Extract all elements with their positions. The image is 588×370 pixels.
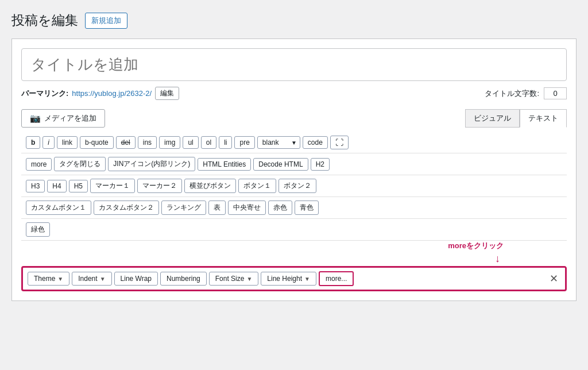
btn-close-toolbar[interactable]: ✕ [547, 272, 560, 285]
line-height-dropdown-icon: ▼ [304, 276, 310, 282]
page-title: 投稿を編集 [11, 11, 78, 29]
annotation-arrow-icon: ↓ [21, 253, 567, 264]
permalink-url[interactable]: https://yublog.jp/2632-2/ [72, 89, 152, 98]
blank-select[interactable]: blank _self _parent _top [257, 136, 300, 149]
btn-close-tag[interactable]: タグを閉じる [54, 157, 106, 171]
annotation-area: moreをクリック ↓ Theme ▼ Indent ▼ Line Wrap N… [21, 241, 567, 291]
btn-link[interactable]: link [57, 136, 78, 149]
permalink-row: パーマリンク: https://yublog.jp/2632-2/ 編集 タイト… [21, 87, 567, 100]
btn-img[interactable]: img [159, 136, 180, 149]
line-height-label: Line Height [267, 275, 302, 283]
btn-i[interactable]: i [42, 136, 55, 149]
btn-h4[interactable]: H4 [47, 180, 66, 192]
btn-code[interactable]: code [303, 136, 328, 149]
tab-text[interactable]: テキスト [520, 109, 567, 128]
btn-h5[interactable]: H5 [69, 180, 88, 192]
title-input[interactable] [22, 49, 566, 80]
btn-numbering[interactable]: Numbering [160, 272, 207, 286]
btn-center[interactable]: 中央寄せ [228, 201, 266, 215]
btn-side-by-side[interactable]: 横並びボタン [184, 179, 236, 193]
btn-marker1[interactable]: マーカー１ [90, 179, 135, 193]
btn-ranking[interactable]: ランキング [161, 201, 206, 215]
btn-b[interactable]: b [26, 136, 40, 149]
tab-visual[interactable]: ビジュアル [465, 109, 520, 128]
permalink-left: パーマリンク: https://yublog.jp/2632-2/ 編集 [21, 87, 179, 100]
btn-h2[interactable]: H2 [311, 158, 330, 171]
btn-font-size[interactable]: Font Size ▼ [209, 272, 259, 286]
toolbar-row-5: 緑色 [21, 219, 567, 241]
btn-jin-icon[interactable]: JINアイコン(内部リンク) [108, 157, 195, 171]
indent-label: Indent [78, 275, 97, 283]
btn-green[interactable]: 緑色 [26, 222, 50, 237]
media-button-label: メディアを追加 [44, 113, 96, 124]
btn-blue[interactable]: 青色 [295, 201, 319, 215]
page-container: 投稿を編集 新規追加 パーマリンク: https://yublog.jp/263… [11, 11, 577, 301]
title-count: タイトル文字数: 0 [485, 87, 567, 99]
btn-button2[interactable]: ボタン２ [278, 179, 316, 193]
btn-decode-html[interactable]: Decode HTML [253, 158, 308, 171]
theme-dropdown-icon: ▼ [57, 276, 63, 282]
btn-ul[interactable]: ul [183, 136, 198, 149]
font-size-dropdown-icon: ▼ [246, 276, 252, 282]
add-media-button[interactable]: 📷 メディアを追加 [21, 109, 105, 128]
permalink-edit-button[interactable]: 編集 [155, 87, 179, 100]
new-post-button[interactable]: 新規追加 [85, 13, 127, 29]
blank-select-wrapper: blank _self _parent _top ▼ [257, 136, 300, 149]
theme-label: Theme [34, 275, 55, 283]
btn-custom2[interactable]: カスタムボタン２ [94, 201, 159, 215]
permalink-label: パーマリンク: [21, 88, 68, 99]
btn-html-entities[interactable]: HTML Entities [198, 158, 251, 171]
btn-theme[interactable]: Theme ▼ [28, 272, 69, 286]
btn-indent[interactable]: Indent ▼ [72, 272, 111, 286]
page-header: 投稿を編集 新規追加 [11, 11, 577, 29]
title-input-container [21, 48, 567, 81]
btn-more-toolbar[interactable]: more... [319, 271, 354, 286]
btn-ol[interactable]: ol [201, 136, 216, 149]
title-count-label: タイトル文字数: [485, 88, 539, 99]
media-icon: 📷 [30, 113, 41, 124]
btn-button1[interactable]: ボタン１ [238, 179, 276, 193]
tab-buttons: ビジュアル テキスト [465, 109, 567, 128]
btn-bquote[interactable]: b-quote [80, 136, 114, 149]
btn-table[interactable]: 表 [208, 201, 226, 215]
btn-more[interactable]: more [26, 158, 52, 171]
bottom-toolbar: Theme ▼ Indent ▼ Line Wrap Numbering Fon… [21, 266, 567, 291]
line-wrap-label: Line Wrap [121, 275, 152, 283]
btn-red[interactable]: 赤色 [268, 201, 292, 215]
btn-h3[interactable]: H3 [26, 180, 45, 192]
btn-line-wrap[interactable]: Line Wrap [114, 272, 158, 286]
btn-li[interactable]: li [219, 136, 232, 149]
btn-line-height[interactable]: Line Height ▼ [261, 272, 316, 286]
btn-del[interactable]: del [116, 136, 136, 149]
title-count-value: 0 [544, 87, 567, 99]
btn-custom1[interactable]: カスタムボタン１ [26, 201, 91, 215]
font-size-label: Font Size [215, 275, 245, 283]
annotation-text: moreをクリック [21, 241, 567, 253]
toolbar-row-3: H3 H4 H5 マーカー１ マーカー２ 横並びボタン ボタン１ ボタン２ [21, 175, 567, 197]
toolbar-row-4: カスタムボタン１ カスタムボタン２ ランキング 表 中央寄せ 赤色 青色 [21, 197, 567, 219]
numbering-label: Numbering [167, 275, 200, 283]
toolbar-row-2: more タグを閉じる JINアイコン(内部リンク) HTML Entities… [21, 153, 567, 175]
toolbar-row-1: b i link b-quote del ins img ul ol li pr… [21, 132, 567, 153]
media-bar: 📷 メディアを追加 ビジュアル テキスト [21, 109, 567, 128]
editor-outer: パーマリンク: https://yublog.jp/2632-2/ 編集 タイト… [11, 38, 577, 301]
btn-pre[interactable]: pre [234, 136, 254, 149]
btn-expand[interactable]: ⛶ [330, 136, 349, 149]
indent-dropdown-icon: ▼ [100, 276, 106, 282]
btn-ins[interactable]: ins [138, 136, 157, 149]
btn-marker2[interactable]: マーカー２ [137, 179, 182, 193]
